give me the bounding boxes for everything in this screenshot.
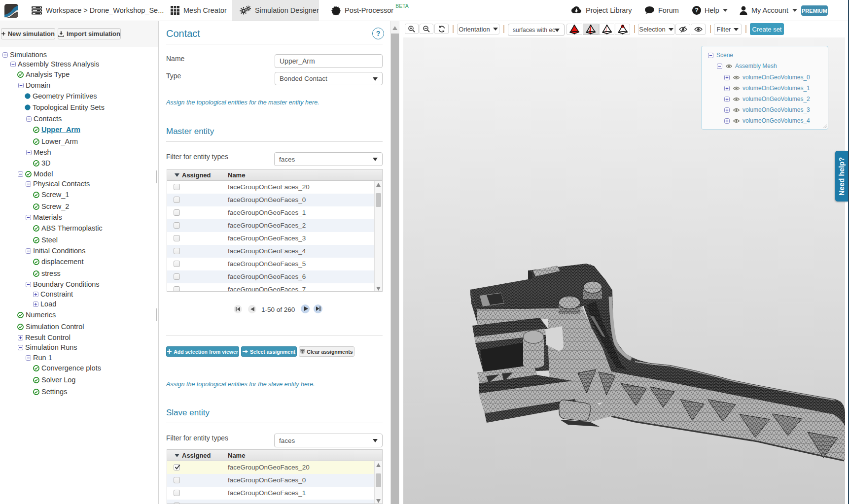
svg-text:?: ?: [695, 7, 699, 14]
